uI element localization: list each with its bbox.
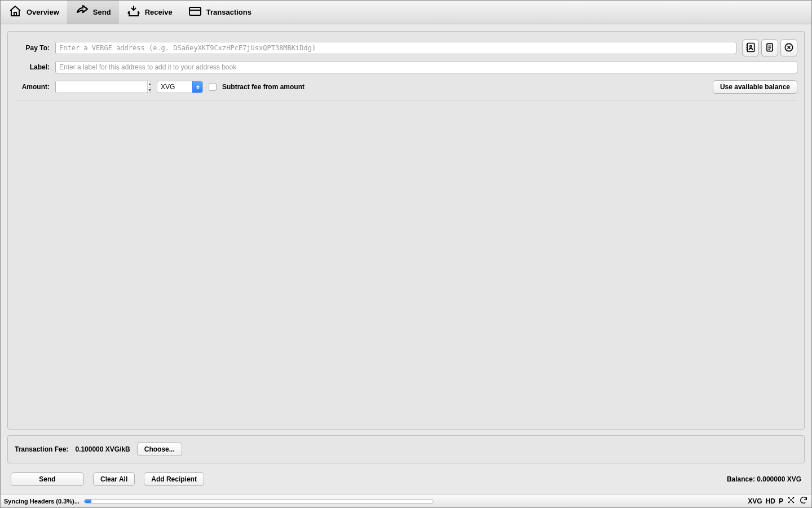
select-arrows-icon bbox=[192, 81, 202, 93]
label-input[interactable] bbox=[55, 61, 797, 73]
fee-panel: Transaction Fee: 0.100000 XVG/kB Choose.… bbox=[7, 435, 805, 463]
tab-label: Overview bbox=[27, 8, 59, 16]
tab-send[interactable]: Send bbox=[67, 1, 119, 24]
sync-status-text: Syncing Headers (0.3%)... bbox=[4, 498, 80, 505]
sync-spinner-icon bbox=[799, 496, 808, 506]
amount-input[interactable]: ▲ ▼ bbox=[55, 81, 151, 93]
send-button[interactable]: Send bbox=[11, 472, 84, 486]
fee-value: 0.100000 XVG/kB bbox=[75, 445, 130, 453]
network-icon bbox=[787, 496, 796, 506]
amount-step-up[interactable]: ▲ bbox=[148, 81, 152, 87]
address-book-button[interactable] bbox=[742, 40, 759, 56]
balance-display: Balance: 0.000000 XVG bbox=[727, 475, 801, 483]
status-hd-icon: HD bbox=[766, 497, 775, 505]
unit-select[interactable]: XVG bbox=[157, 81, 203, 93]
divider bbox=[15, 100, 797, 101]
recipients-panel: Pay To: bbox=[7, 31, 805, 430]
svg-point-7 bbox=[750, 45, 752, 47]
payto-input[interactable] bbox=[55, 42, 736, 54]
action-row: Send Clear All Add Recipient Balance: 0.… bbox=[7, 469, 805, 487]
amount-label: Amount: bbox=[15, 83, 50, 91]
use-available-balance-button[interactable]: Use available balance bbox=[713, 80, 797, 94]
home-icon bbox=[8, 5, 22, 20]
clear-recipient-button[interactable] bbox=[780, 40, 797, 56]
tab-label: Transactions bbox=[206, 8, 251, 16]
send-arrow-icon bbox=[75, 5, 89, 20]
clipboard-icon bbox=[764, 42, 775, 55]
add-recipient-button[interactable]: Add Recipient bbox=[144, 472, 204, 486]
receive-icon bbox=[127, 5, 140, 20]
close-circle-icon bbox=[783, 42, 795, 55]
tab-label: Receive bbox=[145, 8, 173, 16]
main-tabbar: Overview Send Receive Transactions bbox=[1, 1, 811, 24]
subtract-fee-checkbox[interactable] bbox=[209, 83, 217, 91]
label-label: Label: bbox=[15, 63, 50, 71]
choose-fee-button[interactable]: Choose... bbox=[137, 443, 182, 456]
address-book-icon bbox=[745, 42, 756, 55]
unit-value: XVG bbox=[161, 83, 175, 91]
balance-label: Balance: bbox=[727, 475, 755, 483]
tab-transactions[interactable]: Transactions bbox=[180, 1, 259, 24]
clear-all-button[interactable]: Clear All bbox=[93, 472, 135, 486]
status-unit: XVG bbox=[748, 497, 762, 505]
svg-rect-0 bbox=[14, 12, 16, 16]
svg-rect-1 bbox=[189, 7, 201, 15]
tab-receive[interactable]: Receive bbox=[119, 1, 180, 24]
payto-label: Pay To: bbox=[15, 44, 50, 52]
status-bar: Syncing Headers (0.3%)... XVG HD P bbox=[1, 494, 811, 507]
tab-label: Send bbox=[93, 8, 111, 16]
subtract-fee-label: Subtract fee from amount bbox=[222, 83, 304, 91]
status-proxy-icon: P bbox=[779, 497, 783, 505]
amount-step-down[interactable]: ▼ bbox=[148, 87, 152, 93]
paste-button[interactable] bbox=[761, 40, 778, 56]
card-icon bbox=[188, 5, 202, 20]
fee-label: Transaction Fee: bbox=[15, 445, 68, 453]
sync-progress-bar bbox=[84, 499, 434, 503]
tab-overview[interactable]: Overview bbox=[1, 1, 67, 24]
balance-value: 0.000000 XVG bbox=[757, 475, 801, 483]
amount-field[interactable] bbox=[56, 81, 147, 93]
